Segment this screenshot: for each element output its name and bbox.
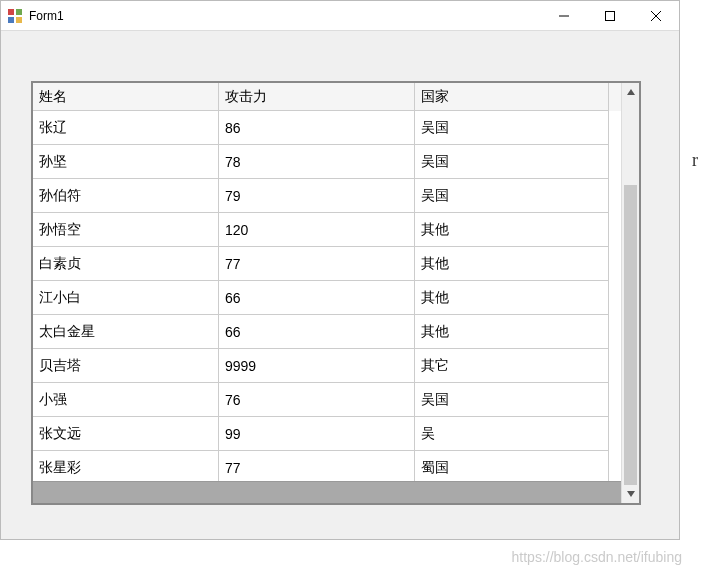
cell-name[interactable]: 张星彩 xyxy=(33,451,219,481)
column-header-attack[interactable]: 攻击力 xyxy=(219,83,415,111)
svg-rect-5 xyxy=(606,11,615,20)
vertical-scrollbar[interactable] xyxy=(621,83,639,503)
cell-country[interactable]: 蜀国 xyxy=(415,451,609,481)
window-title: Form1 xyxy=(29,9,541,23)
table-row[interactable]: 白素贞77其他 xyxy=(33,247,621,281)
cell-name[interactable]: 江小白 xyxy=(33,281,219,315)
scroll-down-button[interactable] xyxy=(622,485,639,503)
table-row[interactable]: 孙伯符79吴国 xyxy=(33,179,621,213)
cell-country[interactable]: 吴 xyxy=(415,417,609,451)
close-button[interactable] xyxy=(633,1,679,30)
table-row[interactable]: 江小白66其他 xyxy=(33,281,621,315)
app-icon xyxy=(7,8,23,24)
cell-attack[interactable]: 77 xyxy=(219,451,415,481)
table-row[interactable]: 张辽86吴国 xyxy=(33,111,621,145)
cell-attack[interactable]: 79 xyxy=(219,179,415,213)
form-window: Form1 姓名 攻击力 国家 张辽86吴国孙坚78吴国孙伯符79吴国孙悟空12… xyxy=(0,0,680,540)
table-row[interactable]: 贝吉塔9999其它 xyxy=(33,349,621,383)
cell-country[interactable]: 其他 xyxy=(415,247,609,281)
cell-attack[interactable]: 66 xyxy=(219,281,415,315)
svg-marker-8 xyxy=(627,89,635,95)
cell-country[interactable]: 其他 xyxy=(415,281,609,315)
svg-rect-1 xyxy=(16,9,22,15)
grid-header-row: 姓名 攻击力 国家 xyxy=(33,83,621,111)
cell-name[interactable]: 张辽 xyxy=(33,111,219,145)
cell-attack[interactable]: 77 xyxy=(219,247,415,281)
table-row[interactable]: 孙坚78吴国 xyxy=(33,145,621,179)
cell-attack[interactable]: 76 xyxy=(219,383,415,417)
cell-attack[interactable]: 78 xyxy=(219,145,415,179)
cell-country[interactable]: 吴国 xyxy=(415,145,609,179)
cell-name[interactable]: 贝吉塔 xyxy=(33,349,219,383)
cell-name[interactable]: 张文远 xyxy=(33,417,219,451)
cell-country[interactable]: 吴国 xyxy=(415,383,609,417)
cell-name[interactable]: 孙坚 xyxy=(33,145,219,179)
grid-main: 姓名 攻击力 国家 张辽86吴国孙坚78吴国孙伯符79吴国孙悟空120其他白素贞… xyxy=(33,83,621,503)
table-row[interactable]: 孙悟空120其他 xyxy=(33,213,621,247)
cell-country[interactable]: 其他 xyxy=(415,315,609,349)
table-row[interactable]: 张星彩77蜀国 xyxy=(33,451,621,481)
stray-cursor-char: r xyxy=(692,150,698,171)
scroll-up-button[interactable] xyxy=(622,83,639,101)
column-header-country[interactable]: 国家 xyxy=(415,83,609,111)
cell-country[interactable]: 吴国 xyxy=(415,179,609,213)
svg-rect-3 xyxy=(16,17,22,23)
cell-name[interactable]: 孙伯符 xyxy=(33,179,219,213)
minimize-button[interactable] xyxy=(541,1,587,30)
scroll-thumb[interactable] xyxy=(624,185,637,485)
grid-new-row[interactable] xyxy=(33,481,621,503)
grid-body: 张辽86吴国孙坚78吴国孙伯符79吴国孙悟空120其他白素贞77其他江小白66其… xyxy=(33,111,621,481)
table-row[interactable]: 太白金星66其他 xyxy=(33,315,621,349)
cell-name[interactable]: 孙悟空 xyxy=(33,213,219,247)
data-grid[interactable]: 姓名 攻击力 国家 张辽86吴国孙坚78吴国孙伯符79吴国孙悟空120其他白素贞… xyxy=(31,81,641,505)
maximize-button[interactable] xyxy=(587,1,633,30)
cell-country[interactable]: 其它 xyxy=(415,349,609,383)
svg-marker-9 xyxy=(627,491,635,497)
column-header-name[interactable]: 姓名 xyxy=(33,83,219,111)
cell-attack[interactable]: 86 xyxy=(219,111,415,145)
client-area: 姓名 攻击力 国家 张辽86吴国孙坚78吴国孙伯符79吴国孙悟空120其他白素贞… xyxy=(1,31,679,539)
cell-name[interactable]: 小强 xyxy=(33,383,219,417)
cell-name[interactable]: 白素贞 xyxy=(33,247,219,281)
svg-rect-2 xyxy=(8,17,14,23)
window-controls xyxy=(541,1,679,30)
watermark-text: https://blog.csdn.net/ifubing xyxy=(512,549,682,565)
cell-attack[interactable]: 66 xyxy=(219,315,415,349)
cell-name[interactable]: 太白金星 xyxy=(33,315,219,349)
table-row[interactable]: 张文远99吴 xyxy=(33,417,621,451)
cell-country[interactable]: 其他 xyxy=(415,213,609,247)
cell-attack[interactable]: 120 xyxy=(219,213,415,247)
cell-attack[interactable]: 9999 xyxy=(219,349,415,383)
titlebar[interactable]: Form1 xyxy=(1,1,679,31)
cell-country[interactable]: 吴国 xyxy=(415,111,609,145)
table-row[interactable]: 小强76吴国 xyxy=(33,383,621,417)
scroll-track[interactable] xyxy=(622,101,639,485)
cell-attack[interactable]: 99 xyxy=(219,417,415,451)
svg-rect-0 xyxy=(8,9,14,15)
